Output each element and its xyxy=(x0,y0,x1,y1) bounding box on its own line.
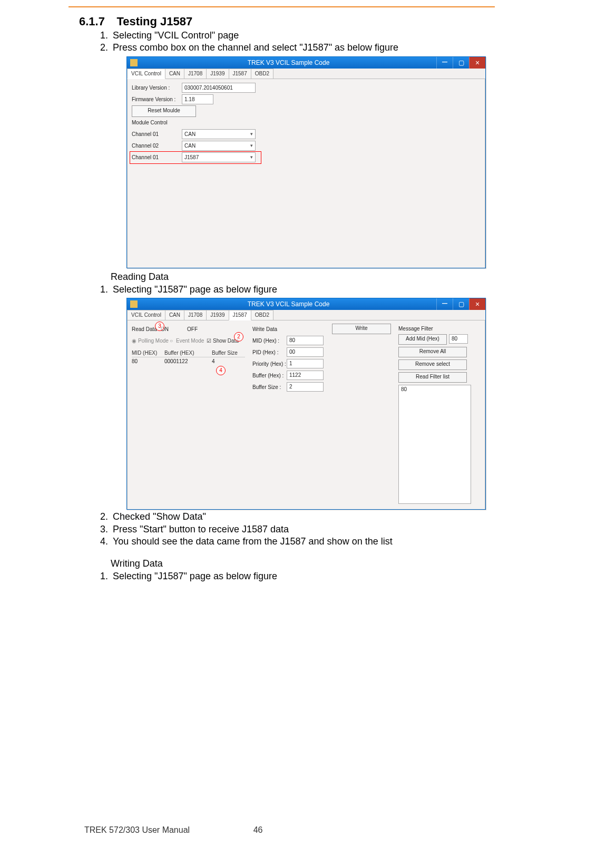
section-number: 6.1.7 xyxy=(79,15,105,28)
list-item: Press combo box on the channel and selec… xyxy=(111,42,501,54)
add-mid-hex-button[interactable]: Add Mid (Hex) xyxy=(398,334,447,345)
read-data-label: Read Data xyxy=(132,326,161,332)
channel-01-combo[interactable]: CAN ▾ xyxy=(182,129,256,139)
window-title: TREK V3 VCIL Sample Code xyxy=(141,57,436,69)
col-buffer-size: Buffer Size xyxy=(212,349,243,357)
library-version-field[interactable]: 030007.2014050601 xyxy=(182,83,256,93)
tab-j1587[interactable]: J1587 xyxy=(229,310,251,320)
chevron-down-icon: ▾ xyxy=(250,142,253,150)
mid-hex-label: MID (Hex) : xyxy=(252,338,287,344)
remove-select-button[interactable]: Remove select xyxy=(398,359,467,370)
module-control-label: Module Control xyxy=(132,120,168,125)
intro-list: Selecting "VCIL Control" page Press comb… xyxy=(111,30,501,54)
tab-j1939[interactable]: J1939 xyxy=(206,310,229,320)
list-item: Press "Start" button to receive J1587 da… xyxy=(111,523,501,536)
page-content: 6.1.7 Testing J1587 Selecting "VCIL Cont… xyxy=(79,15,501,584)
cell-mid: 80 xyxy=(132,357,164,365)
show-data-checkbox[interactable]: Show Data xyxy=(213,338,239,344)
maximize-button[interactable]: ▢ xyxy=(453,57,469,69)
tab-strip: VCIL Control CAN J1708 J1939 J1587 OBD2 xyxy=(127,69,485,79)
app-icon xyxy=(130,59,138,66)
mid-hex-field[interactable]: 80 xyxy=(287,336,324,345)
chevron-down-icon: ▾ xyxy=(250,130,253,138)
data-row: 80 00001122 4 xyxy=(132,357,245,365)
reading-list-1: Selecting "J1587" page as below figure xyxy=(111,284,501,296)
filter-list-item[interactable]: 80 xyxy=(401,386,468,392)
minimize-button[interactable]: – xyxy=(436,298,453,310)
section-heading: 6.1.7 Testing J1587 xyxy=(79,15,501,28)
event-mode-radio[interactable]: Event Mode xyxy=(176,338,207,344)
firmware-version-field[interactable]: 1.18 xyxy=(182,94,213,104)
buffer-size-field[interactable]: 2 xyxy=(287,382,324,392)
read-filter-list-button[interactable]: Read Filter list xyxy=(398,372,467,383)
minimize-button[interactable]: – xyxy=(436,57,453,69)
screenshot-window-2: TREK V3 VCIL Sample Code – ▢ VCIL Contro… xyxy=(126,298,486,510)
writing-data-heading: Writing Data xyxy=(111,558,501,569)
tab-vcil-control[interactable]: VCIL Control xyxy=(127,69,165,79)
tab-j1708[interactable]: J1708 xyxy=(184,69,207,79)
off-label: OFF xyxy=(187,326,198,332)
footer-title: TREK 572/303 User Manual xyxy=(84,825,190,835)
titlebar: TREK V3 VCIL Sample Code – ▢ xyxy=(127,298,485,310)
add-mid-value-field[interactable]: 80 xyxy=(449,334,468,344)
remove-all-button[interactable]: Remove All xyxy=(398,347,467,357)
tab-j1708[interactable]: J1708 xyxy=(184,310,207,320)
writing-list: Selecting "J1587" page as below figure xyxy=(111,570,501,582)
buffer-hex-field[interactable]: 1122 xyxy=(287,371,324,380)
list-item: Selecting "VCIL Control" page xyxy=(111,30,501,42)
cell-size: 4 xyxy=(212,357,243,365)
cell-buffer: 00001122 xyxy=(164,357,212,365)
reading-list-2: Checked "Show Data" Press "Start" button… xyxy=(111,511,501,548)
library-version-label: Library Version : xyxy=(132,85,182,91)
reset-module-button[interactable]: Reset Moulde xyxy=(132,105,196,117)
buffer-hex-label: Buffer (Hex) : xyxy=(252,373,287,378)
section-title: Testing J1587 xyxy=(116,15,192,28)
document-page: 6.1.7 Testing J1587 Selecting "VCIL Cont… xyxy=(0,0,616,856)
channel-02-value: CAN xyxy=(184,142,195,150)
footer-page-number: 46 xyxy=(253,825,263,835)
tab-obd2[interactable]: OBD2 xyxy=(251,310,273,320)
channel-02-combo[interactable]: CAN ▾ xyxy=(182,141,256,151)
pid-hex-label: PID (Hex) : xyxy=(252,349,287,355)
tab-vcil-control[interactable]: VCIL Control xyxy=(127,310,165,320)
message-filter-label: Message Filter xyxy=(398,324,477,334)
app-icon xyxy=(130,300,138,308)
list-item: Selecting "J1587" page as below figure xyxy=(111,284,501,296)
tab-can[interactable]: CAN xyxy=(165,69,184,79)
firmware-version-label: Firmware Version : xyxy=(132,96,182,102)
polling-mode-radio[interactable]: Polling Mode xyxy=(138,338,170,344)
close-button[interactable] xyxy=(469,298,485,310)
maximize-button[interactable]: ▢ xyxy=(453,298,469,310)
channel-01b-label: Channel 01 xyxy=(132,154,182,160)
top-orange-rule xyxy=(69,6,495,7)
write-data-label: Write Data xyxy=(252,326,287,332)
col-buffer-hex: Buffer (HEX) xyxy=(164,349,212,357)
panel-vcil-control: Library Version : 030007.2014050601 Firm… xyxy=(127,79,485,268)
list-item: You should see the data came from the J1… xyxy=(111,536,501,548)
reading-data-heading: Reading Data xyxy=(111,271,501,283)
titlebar: TREK V3 VCIL Sample Code – ▢ xyxy=(127,57,485,69)
channel-01-value: CAN xyxy=(184,130,195,138)
priority-hex-field[interactable]: 1 xyxy=(287,359,324,368)
priority-hex-label: Priority (Hex) : xyxy=(252,361,287,367)
window-title: TREK V3 VCIL Sample Code xyxy=(141,298,436,310)
tab-j1939[interactable]: J1939 xyxy=(206,69,229,79)
channel-01b-combo[interactable]: J1587 ▾ xyxy=(182,152,256,162)
tab-obd2[interactable]: OBD2 xyxy=(251,69,273,79)
chevron-down-icon: ▾ xyxy=(250,153,253,161)
filter-list-box[interactable]: 80 xyxy=(398,385,471,504)
close-button[interactable] xyxy=(469,57,485,69)
list-item: Selecting "J1587" page as below figure xyxy=(111,570,501,582)
col-mid-hex: MID (HEX) xyxy=(132,349,164,357)
page-footer: TREK 572/303 User Manual 46 xyxy=(84,825,495,835)
pid-hex-field[interactable]: 00 xyxy=(287,347,324,357)
tab-j1587[interactable]: J1587 xyxy=(229,69,251,79)
tab-can[interactable]: CAN xyxy=(165,310,184,320)
channel-01b-value: J1587 xyxy=(184,153,199,161)
on-label: ON xyxy=(161,326,187,332)
tab-strip: VCIL Control CAN J1708 J1939 J1587 OBD2 xyxy=(127,310,485,320)
write-button[interactable]: Write xyxy=(332,324,391,334)
panel-j1587: Read Data ON OFF ◉ Polling Mode ○ Event … xyxy=(127,320,485,510)
list-item: Checked "Show Data" xyxy=(111,511,501,523)
screenshot-window-1: TREK V3 VCIL Sample Code – ▢ VCIL Contro… xyxy=(126,56,486,268)
